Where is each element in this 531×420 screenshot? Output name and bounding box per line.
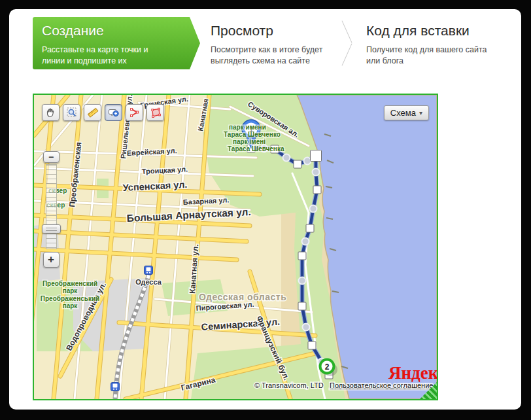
map-label-park: Преображенський [41, 295, 99, 302]
route-midpoint-handle[interactable] [313, 169, 320, 176]
placemark-2-number: 2 [325, 362, 330, 372]
zoom-select-tool-button[interactable] [63, 104, 80, 121]
map-canvas[interactable]: 1 2 Греческая ул. Канатная Суворовская а… [34, 95, 437, 399]
map-label-park: Тараса Шевченка [228, 145, 284, 152]
map-label-park: парк [63, 287, 78, 294]
route-vertex-handle[interactable] [308, 341, 316, 349]
route-midpoint-handle[interactable] [302, 238, 309, 245]
wizard-step-embed-code[interactable]: Код для вставки Получите код для вашего … [356, 17, 494, 69]
map-type-dropdown[interactable]: Схема ▾ [384, 105, 429, 120]
draw-polygon-tool-button[interactable] [146, 104, 164, 121]
step-desc: Получите код для вашего сайта или блога [366, 44, 497, 67]
constructor-page: Создание Расставьте на карте точки и лин… [9, 9, 521, 410]
map-label-park: парк имени [229, 124, 266, 131]
route-vertex-handle[interactable] [298, 252, 306, 260]
step-desc: Посмотрите как в итоге будет выглядеть с… [211, 44, 341, 67]
ruler-icon [87, 107, 99, 118]
route-midpoint-handle[interactable] [283, 154, 290, 162]
step-desc: Расставьте на карте точки и линии и подп… [42, 44, 173, 67]
draw-line-tool-button[interactable] [126, 104, 143, 121]
route-midpoint-handle[interactable] [299, 277, 306, 285]
railway-station-icon[interactable] [111, 383, 120, 391]
pan-tool-button[interactable] [42, 104, 60, 121]
polyline-icon [129, 107, 141, 118]
step-title: Просмотр [211, 23, 335, 39]
map-label-park: парк імені [233, 138, 266, 145]
map-type-label: Схема [390, 108, 416, 118]
map-label-region: Одесская область [199, 292, 286, 302]
route-midpoint-handle[interactable] [310, 205, 317, 213]
polygon-icon [150, 107, 162, 118]
placemark-balloon-icon [108, 107, 120, 118]
wizard-step-create[interactable]: Создание Расставьте на карте точки и лин… [33, 17, 200, 69]
copyright-text: © Transnavicom, LTD [254, 381, 324, 389]
zoom-slider-handle[interactable] [42, 224, 61, 234]
hand-icon [45, 107, 57, 118]
route-vertex-handle[interactable] [306, 224, 314, 232]
map-label-station: Одесса [135, 278, 162, 286]
route-midpoint-handle[interactable] [303, 324, 310, 331]
map-label-park: парк [63, 302, 78, 309]
zoom-in-button[interactable]: + [43, 252, 60, 268]
add-placemark-tool-button[interactable] [105, 104, 122, 121]
map-label-park: Преображенский [43, 280, 97, 287]
step-separator-chevron [339, 17, 356, 69]
map-toolbar [42, 104, 164, 121]
step-title: Код для вставки [366, 23, 490, 39]
railway-station-icon[interactable] [145, 266, 153, 275]
chevron-down-icon: ▾ [419, 109, 422, 116]
magnifier-icon [66, 107, 78, 118]
route-vertex-handle[interactable] [313, 186, 321, 194]
step-title: Создание [42, 23, 180, 39]
yandex-logo: Яндекс [388, 363, 437, 383]
map-label-park: Тараса Шевченко [224, 131, 281, 138]
zoom-out-button[interactable]: − [43, 151, 60, 163]
route-midpoint-handle[interactable] [304, 158, 311, 165]
zoom-control: − + [42, 151, 60, 268]
wizard-step-preview[interactable]: Просмотр Посмотрите как в итоге будет вы… [200, 17, 339, 69]
wizard-steps: Создание Расставьте на карте точки и лин… [33, 17, 494, 69]
route-vertex-handle[interactable] [294, 160, 301, 168]
map-container: 1 2 Греческая ул. Канатная Суворовская а… [33, 94, 438, 400]
route-vertex-handle[interactable] [298, 302, 306, 310]
ruler-tool-button[interactable] [84, 104, 101, 121]
zoom-slider-track[interactable] [46, 164, 57, 249]
route-vertex-handle[interactable] [311, 150, 322, 162]
